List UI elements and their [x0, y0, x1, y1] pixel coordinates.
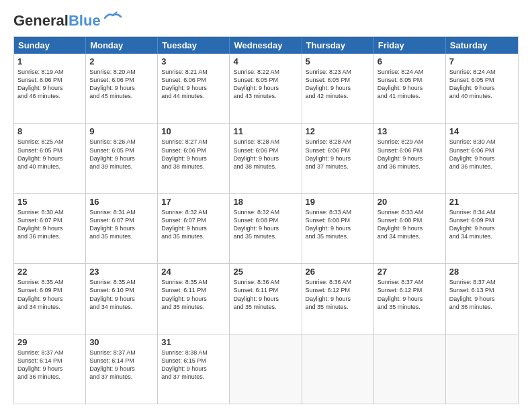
day-number: 21 [449, 197, 515, 207]
day-info: Sunrise: 8:23 AMSunset: 6:05 PMDaylight:… [306, 68, 370, 101]
calendar-row: 22Sunrise: 8:35 AMSunset: 6:09 PMDayligh… [14, 263, 518, 333]
day-number: 19 [306, 197, 370, 207]
day-number: 11 [233, 126, 298, 136]
weekday-header: Tuesday [158, 37, 230, 54]
calendar-cell: 23Sunrise: 8:35 AMSunset: 6:10 PMDayligh… [86, 264, 158, 333]
calendar-cell [302, 334, 374, 404]
day-info: Sunrise: 8:37 AMSunset: 6:14 PMDaylight:… [17, 349, 82, 381]
day-number: 7 [449, 56, 515, 66]
day-number: 26 [306, 267, 370, 277]
calendar-cell: 11Sunrise: 8:28 AMSunset: 6:06 PMDayligh… [230, 124, 302, 193]
day-number: 3 [161, 56, 226, 66]
day-info: Sunrise: 8:37 AMSunset: 6:14 PMDaylight:… [89, 349, 154, 381]
day-info: Sunrise: 8:25 AMSunset: 6:05 PMDaylight:… [17, 138, 82, 171]
day-info: Sunrise: 8:26 AMSunset: 6:05 PMDaylight:… [89, 138, 154, 171]
calendar-cell: 5Sunrise: 8:23 AMSunset: 6:05 PMDaylight… [302, 54, 374, 123]
calendar-cell: 6Sunrise: 8:24 AMSunset: 6:05 PMDaylight… [374, 54, 446, 123]
logo-bird-icon [103, 11, 122, 24]
calendar-cell [446, 334, 518, 404]
day-number: 18 [233, 197, 298, 207]
calendar-cell [230, 334, 302, 404]
calendar-row: 15Sunrise: 8:30 AMSunset: 6:07 PMDayligh… [14, 193, 518, 263]
day-number: 16 [89, 197, 154, 207]
calendar-cell: 3Sunrise: 8:21 AMSunset: 6:06 PMDaylight… [158, 54, 230, 123]
logo-general: General [13, 12, 69, 30]
calendar-cell: 19Sunrise: 8:33 AMSunset: 6:08 PMDayligh… [302, 194, 374, 263]
day-number: 6 [378, 56, 442, 66]
calendar-cell: 9Sunrise: 8:26 AMSunset: 6:05 PMDaylight… [86, 124, 158, 193]
calendar-cell: 13Sunrise: 8:29 AMSunset: 6:06 PMDayligh… [374, 124, 446, 193]
calendar-cell: 16Sunrise: 8:31 AMSunset: 6:07 PMDayligh… [86, 194, 158, 263]
day-info: Sunrise: 8:29 AMSunset: 6:06 PMDaylight:… [378, 138, 442, 171]
day-info: Sunrise: 8:33 AMSunset: 6:08 PMDaylight:… [306, 208, 370, 241]
calendar-cell: 24Sunrise: 8:35 AMSunset: 6:11 PMDayligh… [158, 264, 230, 333]
page: General Blue SundayMondayTuesdayWednesda… [0, 0, 532, 411]
day-info: Sunrise: 8:27 AMSunset: 6:06 PMDaylight:… [161, 138, 226, 171]
day-number: 20 [378, 197, 442, 207]
day-number: 25 [233, 267, 298, 277]
calendar-body: 1Sunrise: 8:19 AMSunset: 6:06 PMDaylight… [14, 54, 518, 404]
day-number: 28 [449, 267, 515, 277]
day-info: Sunrise: 8:35 AMSunset: 6:11 PMDaylight:… [161, 278, 226, 311]
calendar-row: 29Sunrise: 8:37 AMSunset: 6:14 PMDayligh… [14, 334, 518, 404]
calendar-cell: 25Sunrise: 8:36 AMSunset: 6:11 PMDayligh… [230, 264, 302, 333]
calendar-cell: 31Sunrise: 8:38 AMSunset: 6:15 PMDayligh… [158, 334, 230, 404]
day-info: Sunrise: 8:28 AMSunset: 6:06 PMDaylight:… [233, 138, 298, 171]
calendar-cell: 8Sunrise: 8:25 AMSunset: 6:05 PMDaylight… [14, 124, 86, 193]
day-info: Sunrise: 8:35 AMSunset: 6:09 PMDaylight:… [17, 278, 82, 311]
calendar-row: 1Sunrise: 8:19 AMSunset: 6:06 PMDaylight… [14, 54, 518, 123]
calendar-cell: 14Sunrise: 8:30 AMSunset: 6:06 PMDayligh… [446, 124, 518, 193]
calendar-cell: 18Sunrise: 8:32 AMSunset: 6:08 PMDayligh… [230, 194, 302, 263]
calendar-cell: 7Sunrise: 8:24 AMSunset: 6:05 PMDaylight… [446, 54, 518, 123]
header: General Blue [13, 12, 519, 30]
day-number: 10 [161, 126, 226, 136]
calendar-cell: 21Sunrise: 8:34 AMSunset: 6:09 PMDayligh… [446, 194, 518, 263]
day-info: Sunrise: 8:38 AMSunset: 6:15 PMDaylight:… [161, 349, 226, 381]
day-number: 17 [161, 197, 226, 207]
calendar-cell: 30Sunrise: 8:37 AMSunset: 6:14 PMDayligh… [86, 334, 158, 404]
calendar-cell: 12Sunrise: 8:28 AMSunset: 6:06 PMDayligh… [302, 124, 374, 193]
weekday-header: Sunday [14, 37, 86, 54]
calendar-cell: 2Sunrise: 8:20 AMSunset: 6:06 PMDaylight… [86, 54, 158, 123]
day-info: Sunrise: 8:34 AMSunset: 6:09 PMDaylight:… [449, 208, 515, 241]
weekday-header: Thursday [302, 37, 374, 54]
day-info: Sunrise: 8:31 AMSunset: 6:07 PMDaylight:… [89, 208, 154, 241]
weekday-header: Friday [374, 37, 446, 54]
day-info: Sunrise: 8:24 AMSunset: 6:05 PMDaylight:… [378, 68, 442, 101]
day-number: 4 [233, 56, 298, 66]
calendar-cell: 15Sunrise: 8:30 AMSunset: 6:07 PMDayligh… [14, 194, 86, 263]
calendar-cell: 1Sunrise: 8:19 AMSunset: 6:06 PMDaylight… [14, 54, 86, 123]
day-number: 1 [17, 56, 82, 66]
calendar-cell: 28Sunrise: 8:37 AMSunset: 6:13 PMDayligh… [446, 264, 518, 333]
day-info: Sunrise: 8:37 AMSunset: 6:13 PMDaylight:… [449, 278, 515, 311]
day-number: 23 [89, 267, 154, 277]
calendar: SundayMondayTuesdayWednesdayThursdayFrid… [13, 36, 519, 404]
day-info: Sunrise: 8:36 AMSunset: 6:12 PMDaylight:… [306, 278, 370, 311]
day-info: Sunrise: 8:32 AMSunset: 6:08 PMDaylight:… [233, 208, 298, 241]
calendar-cell: 4Sunrise: 8:22 AMSunset: 6:05 PMDaylight… [230, 54, 302, 123]
logo: General Blue [13, 12, 122, 30]
day-info: Sunrise: 8:32 AMSunset: 6:07 PMDaylight:… [161, 208, 226, 241]
weekday-header: Saturday [446, 37, 518, 54]
calendar-cell: 29Sunrise: 8:37 AMSunset: 6:14 PMDayligh… [14, 334, 86, 404]
weekday-header: Wednesday [230, 37, 302, 54]
day-info: Sunrise: 8:28 AMSunset: 6:06 PMDaylight:… [306, 138, 370, 171]
weekday-header: Monday [86, 37, 158, 54]
day-info: Sunrise: 8:19 AMSunset: 6:06 PMDaylight:… [17, 68, 82, 101]
day-info: Sunrise: 8:24 AMSunset: 6:05 PMDaylight:… [449, 68, 515, 101]
day-number: 31 [161, 337, 226, 347]
calendar-cell: 26Sunrise: 8:36 AMSunset: 6:12 PMDayligh… [302, 264, 374, 333]
day-number: 24 [161, 267, 226, 277]
day-number: 5 [306, 56, 370, 66]
day-number: 8 [17, 126, 82, 136]
day-info: Sunrise: 8:35 AMSunset: 6:10 PMDaylight:… [89, 278, 154, 311]
day-info: Sunrise: 8:30 AMSunset: 6:07 PMDaylight:… [17, 208, 82, 241]
calendar-cell: 22Sunrise: 8:35 AMSunset: 6:09 PMDayligh… [14, 264, 86, 333]
day-number: 30 [89, 337, 154, 347]
day-info: Sunrise: 8:30 AMSunset: 6:06 PMDaylight:… [449, 138, 515, 171]
day-number: 2 [89, 56, 154, 66]
day-info: Sunrise: 8:21 AMSunset: 6:06 PMDaylight:… [161, 68, 226, 101]
day-number: 9 [89, 126, 154, 136]
day-number: 14 [449, 126, 515, 136]
calendar-cell: 27Sunrise: 8:37 AMSunset: 6:12 PMDayligh… [374, 264, 446, 333]
